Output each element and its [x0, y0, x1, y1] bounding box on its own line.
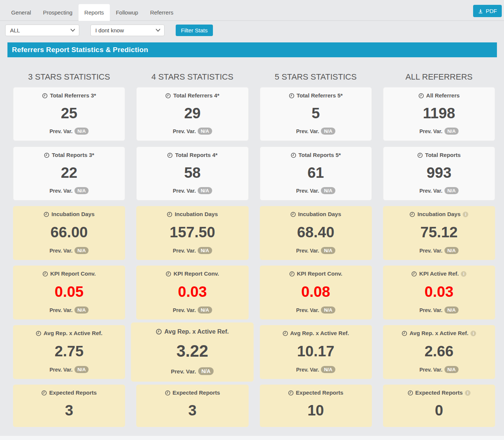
stat-card-expected-reports: Expected Reportsi0 — [383, 385, 495, 427]
pdf-button[interactable]: PDF — [473, 5, 502, 17]
prev-var-badge: N/A — [198, 187, 212, 194]
stat-card-title: All Referrers — [426, 93, 460, 99]
prev-var: Prev. Var.N/A — [173, 128, 212, 135]
prev-var-label: Prev. Var. — [50, 307, 73, 313]
column-title-4-stars-statistics: 4 STARS STATISTICS — [136, 72, 248, 82]
stat-card-total-referrers-4: Total Referrers 4*29Prev. Var.N/A — [136, 87, 248, 141]
stat-card-incubation-days: Incubation Daysi75.12Prev. Var.N/A — [383, 206, 495, 260]
stat-card-header: Total Referrers 5* — [289, 93, 343, 99]
stat-card-kpi-report-conv: KPI Report Conv.0.08Prev. Var.N/A — [260, 266, 372, 319]
stat-card-title: Incubation Days — [175, 211, 218, 218]
stat-value: 10.17 — [297, 344, 334, 359]
tab-general[interactable]: General — [5, 4, 37, 21]
stat-card-total-referrers-3: Total Referrers 3*25Prev. Var.N/A — [13, 87, 125, 141]
clock-icon — [167, 212, 172, 217]
info-icon[interactable]: i — [465, 390, 470, 396]
stat-card-title: Incubation Days — [298, 211, 341, 218]
clock-icon — [289, 93, 294, 99]
stat-card-title: KPI Report Conv. — [297, 271, 342, 277]
stat-card-header: KPI Report Conv. — [42, 271, 96, 277]
info-icon[interactable]: i — [461, 271, 466, 277]
clock-icon — [411, 271, 417, 277]
prev-var-label: Prev. Var. — [173, 188, 196, 194]
stat-card-avg-rep-x-active-ref: Avg Rep. x Active Ref.3.22Prev. Var.N/A — [131, 322, 254, 382]
clock-icon — [36, 331, 41, 336]
stat-value: 0.03 — [424, 284, 453, 299]
stat-card-title: Expected Reports — [173, 390, 220, 396]
clock-icon — [166, 271, 171, 277]
stat-value: 75.12 — [420, 225, 457, 240]
stat-value: 10 — [307, 403, 324, 418]
stat-card-header: Avg Rep. x Active Ref.i — [402, 330, 476, 337]
prev-var: Prev. Var.N/A — [296, 128, 335, 135]
prev-var-badge: N/A — [74, 128, 89, 135]
prev-var-badge: N/A — [444, 306, 459, 314]
prev-var: Prev. Var.N/A — [171, 367, 214, 375]
secondary-filter-select-value: I dont know — [95, 27, 124, 33]
tab-referrers[interactable]: Referrers — [144, 4, 179, 21]
clock-icon — [41, 390, 47, 396]
stat-card-title: Expected Reports — [415, 390, 463, 396]
stat-card-header: Total Reports 3* — [44, 152, 94, 158]
stat-card-header: Total Reports 5* — [291, 152, 341, 158]
info-icon[interactable]: i — [470, 331, 476, 336]
tab-prospecting[interactable]: Prospecting — [37, 4, 78, 21]
prev-var: Prev. Var.N/A — [50, 247, 89, 254]
stat-card-title: Avg Rep. x Active Ref. — [290, 330, 349, 337]
stat-card-title: KPI Report Conv. — [50, 271, 96, 277]
stat-card-header: Avg Rep. x Active Ref. — [36, 330, 102, 337]
prev-var: Prev. Var.N/A — [420, 306, 459, 314]
secondary-filter-select[interactable]: I dont know — [90, 25, 165, 36]
stat-card-avg-rep-x-active-ref: Avg Rep. x Active Ref.2.75Prev. Var.N/A — [13, 325, 125, 379]
clock-icon — [418, 93, 424, 99]
stat-card-header: KPI Report Conv. — [166, 271, 219, 277]
stat-card-avg-rep-x-active-ref: Avg Rep. x Active Ref.10.17Prev. Var.N/A — [260, 325, 372, 379]
stat-value: 3.22 — [176, 343, 208, 359]
stat-card-title: Avg Rep. x Active Ref. — [44, 330, 102, 337]
download-icon — [478, 9, 483, 14]
prev-var-label: Prev. Var. — [420, 188, 443, 194]
tabs: GeneralProspectingReportsFollowupReferre… — [5, 4, 179, 20]
referrer-type-select[interactable]: ALL — [5, 25, 79, 36]
prev-var-badge: N/A — [74, 247, 89, 254]
stat-card-total-reports-5: Total Reports 5*61Prev. Var.N/A — [260, 147, 372, 200]
referrer-type-select-value: ALL — [10, 27, 20, 33]
stat-card-title: Incubation Days — [51, 211, 95, 218]
prev-var-label: Prev. Var. — [296, 248, 319, 254]
prev-var: Prev. Var.N/A — [420, 247, 459, 254]
tab-followup[interactable]: Followup — [110, 4, 144, 21]
clock-icon — [44, 212, 49, 217]
stat-value: 0.08 — [301, 284, 330, 299]
info-icon[interactable]: i — [463, 212, 468, 217]
stat-card-title: Total Referrers 3* — [50, 93, 96, 99]
prev-var-label: Prev. Var. — [50, 248, 73, 254]
stat-value: 61 — [307, 165, 324, 180]
prev-var-badge: N/A — [321, 128, 335, 135]
prev-var-badge: N/A — [321, 306, 335, 314]
prev-var-label: Prev. Var. — [50, 128, 73, 134]
prev-var: Prev. Var.N/A — [173, 187, 212, 194]
stat-card-title: Total Referrers 4* — [173, 93, 219, 99]
clock-icon — [408, 390, 413, 396]
prev-var-badge: N/A — [444, 128, 459, 135]
stat-card-title: Avg Rep. x Active Ref. — [165, 328, 229, 335]
filter-stats-button[interactable]: Filter Stats — [176, 25, 213, 36]
stat-value: 5 — [312, 106, 320, 121]
stat-card-incubation-days: Incubation Days68.40Prev. Var.N/A — [260, 206, 372, 260]
stat-card-total-reports-4: Total Reports 4*58Prev. Var.N/A — [136, 147, 248, 200]
stats-grid: Total Referrers 3*25Prev. Var.N/ATotal R… — [13, 87, 495, 427]
stat-value: 0.03 — [178, 284, 207, 299]
stat-card-title: Expected Reports — [49, 390, 97, 396]
prev-var-label: Prev. Var. — [50, 367, 73, 373]
clock-icon — [42, 93, 48, 99]
prev-var: Prev. Var.N/A — [296, 366, 335, 373]
prev-var-badge: N/A — [74, 187, 89, 194]
prev-var-label: Prev. Var. — [173, 307, 196, 313]
clock-icon — [42, 271, 48, 277]
stat-card-header: Total Reports 4* — [167, 152, 217, 158]
tab-reports[interactable]: Reports — [79, 4, 110, 21]
stat-card-title: Incubation Days — [417, 211, 460, 218]
chevron-down-icon — [70, 29, 75, 32]
prev-var-label: Prev. Var. — [296, 367, 319, 373]
stat-value: 3 — [65, 403, 73, 418]
